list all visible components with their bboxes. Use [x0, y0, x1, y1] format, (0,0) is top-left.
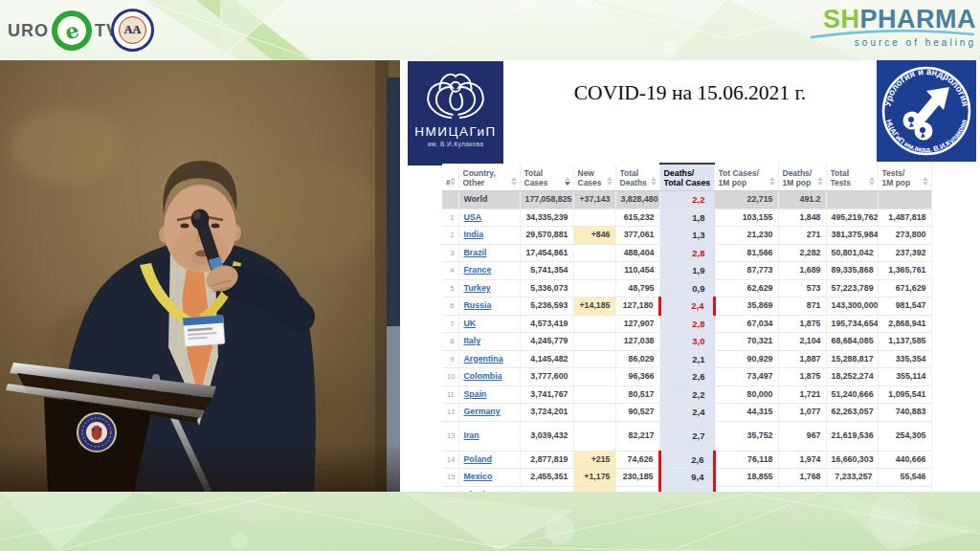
- screen-edge: [387, 77, 400, 326]
- country-link[interactable]: France: [464, 265, 492, 275]
- cell-deaths-1m: 2,282: [778, 244, 826, 262]
- col-header-#[interactable]: #: [442, 164, 458, 191]
- nmic-tulip-icon: [415, 67, 496, 122]
- cell-cases-1m: 70,321: [714, 333, 778, 351]
- cell-total-deaths: 488,404: [615, 244, 659, 262]
- col-header-tot-cases-1m-pop[interactable]: Tot Cases/1M pop: [714, 164, 778, 191]
- shpharma-wordmark: SHPHARMA: [809, 7, 976, 33]
- cell-total-deaths: 230,185: [615, 469, 659, 487]
- cell-new-cases: [573, 421, 615, 451]
- table-row: 12Germany3,724,20190,5272,444,3151,07762…: [442, 404, 931, 422]
- country-link[interactable]: Russia: [464, 300, 492, 310]
- header-label: 1M pop: [719, 178, 769, 187]
- cell-tests-1m: 335,354: [878, 350, 931, 368]
- cell-deaths-1m: 271: [778, 227, 826, 245]
- cell-cases-1m: 76,118: [714, 451, 778, 469]
- country-link[interactable]: USA: [464, 212, 482, 222]
- cell-total-deaths: 377,061: [615, 227, 659, 245]
- cell-num: 1: [442, 209, 458, 227]
- col-header-tests-1m-pop[interactable]: Tests/1M pop: [878, 164, 931, 191]
- cell-deaths-1m: 1,875: [778, 315, 826, 333]
- cell-num: [442, 191, 458, 209]
- cell-deaths-1m: 1,768: [778, 469, 826, 487]
- header-label: Cases: [578, 178, 607, 187]
- cell-tests-1m: 1,137,585: [878, 333, 931, 351]
- conference-badge: [183, 315, 225, 346]
- cell-total-cases: 5,236,593: [520, 298, 573, 316]
- cell-total-cases: 3,741,767: [520, 386, 573, 404]
- country-link[interactable]: Brazil: [464, 248, 487, 257]
- col-header-total-tests[interactable]: TotalTests: [826, 164, 878, 191]
- cell-cases-1m: 22,715: [714, 191, 778, 209]
- country-link[interactable]: Colombia: [464, 371, 502, 381]
- cell-total-deaths: 110,454: [615, 262, 659, 280]
- cell-total-cases: 29,570,881: [520, 227, 573, 245]
- cell-deaths-1m: 2,104: [778, 333, 826, 351]
- cell-new-cases: +1,175: [573, 469, 615, 487]
- cell-total-tests: 89,335,868: [826, 262, 878, 280]
- cell-cases-1m: 67,034: [714, 315, 778, 333]
- cell-total-cases: 17,454,861: [520, 244, 573, 262]
- cell-new-cases: +37,143: [573, 191, 615, 209]
- col-header-total-deaths[interactable]: TotalDeaths: [615, 164, 659, 191]
- cell-deaths-1m: 491.2: [778, 191, 826, 209]
- cell-ratio: 2,8: [659, 244, 714, 262]
- country-link[interactable]: Argentina: [464, 354, 503, 364]
- header-label: 1M pop: [882, 178, 923, 187]
- cell-total-tests: 51,240,666: [826, 386, 878, 404]
- cell-country: Colombia: [458, 368, 520, 386]
- cell-country: Turkey: [458, 279, 520, 298]
- col-header-deaths-1m-pop[interactable]: Deaths/1M pop: [778, 164, 826, 191]
- country-link[interactable]: Mexico: [464, 472, 493, 481]
- cell-deaths-1m: 1,875: [778, 368, 826, 386]
- cell-total-deaths: 3,828,480: [615, 191, 659, 209]
- header-label: Deaths/: [783, 168, 817, 178]
- cell-tests-1m: 1,095,541: [878, 386, 931, 404]
- cell-total-tests: 7,233,257: [826, 469, 878, 487]
- cell-ratio: 1,9: [659, 262, 714, 280]
- cell-ratio: 2,2: [659, 191, 714, 209]
- cell-country: Iran: [458, 421, 520, 451]
- cell-num: 13: [442, 421, 458, 451]
- cell-num: 11: [442, 386, 458, 404]
- cell-country: USA: [458, 209, 520, 227]
- sort-icon: [565, 177, 571, 186]
- table-row: 6Russia5,236,593+14,185127,1802,435,8698…: [442, 298, 931, 316]
- col-header-total-cases[interactable]: TotalCases: [520, 164, 573, 191]
- cell-num: 9: [442, 350, 458, 368]
- country-link[interactable]: Italy: [464, 336, 481, 345]
- urotv-logo: URO e TV: [8, 10, 119, 52]
- country-link[interactable]: UK: [464, 319, 477, 328]
- cell-new-cases: [573, 404, 615, 422]
- country-link[interactable]: Turkey: [464, 283, 491, 293]
- cell-deaths-1m: 1,721: [778, 386, 826, 404]
- country-link[interactable]: India: [464, 230, 484, 239]
- cell-country: World: [458, 191, 520, 209]
- table-row: 13Iran3,039,43282,2172,735,75296721,619,…: [442, 421, 931, 451]
- cell-ratio: 1,8: [659, 209, 714, 227]
- country-link[interactable]: Poland: [464, 454, 492, 464]
- cell-ratio: 2,1: [659, 350, 714, 368]
- country-link[interactable]: Iran: [464, 430, 479, 440]
- cell-tests-1m: 355,114: [878, 368, 931, 386]
- cell-ratio: 1,3: [659, 227, 714, 245]
- cell-deaths-1m: 1,887: [778, 350, 826, 368]
- shpharma-logo: SHPHARMA source of healing: [809, 7, 976, 55]
- cell-total-deaths: 90,527: [615, 404, 659, 422]
- cell-cases-1m: 90,929: [714, 350, 778, 368]
- cell-tests-1m: [878, 191, 931, 209]
- col-header-new-cases[interactable]: NewCases: [573, 164, 615, 191]
- cell-num: 12: [442, 404, 458, 422]
- col-header-country-other[interactable]: Country,Other: [458, 164, 520, 191]
- header-label: Tot Cases/: [719, 168, 769, 178]
- cell-country: France: [458, 262, 520, 280]
- shpharma-tagline: source of healing: [809, 37, 976, 48]
- cell-total-cases: 3,777,600: [520, 368, 573, 386]
- sort-icon: [607, 177, 613, 186]
- cell-new-cases: [573, 262, 615, 280]
- footer-band: [0, 492, 980, 551]
- country-link[interactable]: Spain: [464, 389, 487, 399]
- country-link[interactable]: Germany: [464, 407, 501, 416]
- cell-total-cases: 5,741,354: [520, 262, 573, 280]
- cell-num: 15: [442, 469, 458, 487]
